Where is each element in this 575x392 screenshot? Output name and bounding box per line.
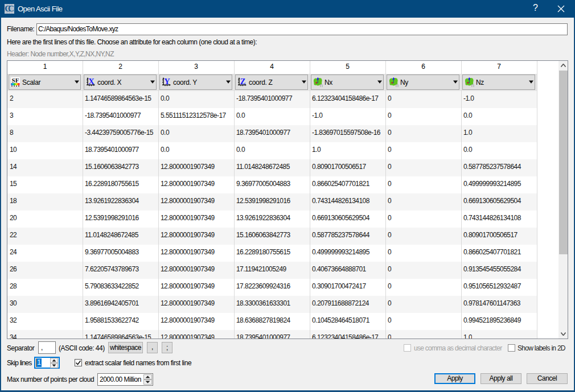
svg-text:X: X bbox=[88, 77, 95, 86]
svg-text:n: n bbox=[396, 82, 399, 88]
svg-text:C: C bbox=[8, 4, 14, 13]
svg-text:SF: SF bbox=[12, 77, 19, 84]
svg-text:n: n bbox=[320, 82, 323, 88]
svg-text:Y: Y bbox=[164, 77, 170, 86]
svg-text:n: n bbox=[471, 82, 474, 88]
svg-text:Z: Z bbox=[240, 77, 246, 86]
